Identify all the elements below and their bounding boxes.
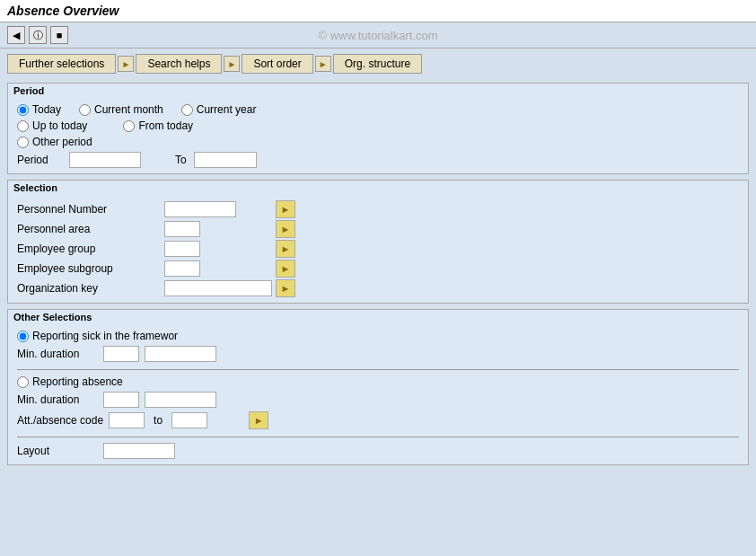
- absence-min-duration-row: Min. duration: [17, 392, 739, 408]
- radio-uptoday-input[interactable]: [17, 120, 29, 132]
- absence-min-duration-input1[interactable]: [103, 392, 139, 408]
- radio-from-today[interactable]: From today: [123, 119, 193, 132]
- radio-sick-label: Reporting sick in the framewor: [32, 330, 178, 342]
- tab-org-structure[interactable]: Org. structure: [333, 54, 422, 74]
- radio-today-input[interactable]: [17, 104, 29, 116]
- other-selections-title: Other Selections: [8, 310, 748, 324]
- sick-min-duration-row: Min. duration: [17, 346, 739, 362]
- tab-bar: Further selections ► Search helps ► Sort…: [0, 49, 756, 79]
- app-title: Absence Overview: [7, 4, 119, 18]
- employee-subgroup-label: Employee subgroup: [17, 262, 161, 275]
- other-selections-body: Reporting sick in the framewor Min. dura…: [8, 324, 748, 464]
- personnel-number-label: Personnel Number: [17, 203, 161, 216]
- employee-group-arrow[interactable]: ►: [276, 240, 295, 258]
- absence-min-duration-label: Min. duration: [17, 393, 98, 406]
- layout-row: Layout: [17, 443, 739, 459]
- period-section-title: Period: [8, 84, 748, 98]
- radio-other-label: Other period: [32, 136, 92, 148]
- radio-current-month[interactable]: Current month: [79, 103, 163, 116]
- att-absence-to-label: to: [154, 414, 163, 427]
- period-row-3: Other period: [17, 136, 739, 148]
- radio-fromtoday-label: From today: [138, 119, 193, 132]
- separator-line: [17, 369, 739, 370]
- period-from-label: Period: [17, 154, 62, 166]
- watermark: © www.tutorialkart.com: [318, 29, 437, 42]
- radio-uptoday-label: Up to today: [32, 119, 87, 132]
- period-section: Period Today Current month Current year: [7, 83, 749, 174]
- tab-arrow-2: ►: [224, 56, 240, 72]
- back-icon[interactable]: ◀: [7, 26, 25, 44]
- org-key-arrow[interactable]: ►: [276, 279, 295, 297]
- absence-subsection: Reporting absence Min. duration Att./abs…: [17, 375, 739, 429]
- radio-curmonth-label: Current month: [94, 103, 163, 116]
- sick-subsection: Reporting sick in the framewor Min. dura…: [17, 330, 739, 362]
- personnel-number-input[interactable]: [164, 201, 236, 217]
- tab-arrow-3: ►: [315, 56, 331, 72]
- radio-absence-label: Reporting absence: [32, 375, 123, 388]
- sick-min-duration-label: Min. duration: [17, 348, 98, 360]
- personnel-area-label: Personnel area: [17, 223, 161, 235]
- other-selections-section: Other Selections Reporting sick in the f…: [7, 309, 749, 465]
- radio-today-label: Today: [32, 103, 61, 116]
- layout-label: Layout: [17, 445, 98, 457]
- selection-section-title: Selection: [8, 181, 748, 195]
- tab-further-selections[interactable]: Further selections: [7, 54, 116, 74]
- period-to-input[interactable]: [194, 152, 257, 168]
- selection-grid: Personnel Number ► Personnel area ► Empl…: [17, 200, 739, 297]
- att-absence-input1[interactable]: [109, 412, 145, 428]
- period-section-body: Today Current month Current year Up to t…: [8, 98, 748, 173]
- sick-min-duration-input1[interactable]: [103, 346, 139, 362]
- radio-today[interactable]: Today: [17, 103, 61, 116]
- radio-current-year[interactable]: Current year: [181, 103, 257, 116]
- sick-min-duration-input2[interactable]: [145, 346, 216, 362]
- employee-group-input[interactable]: [164, 241, 200, 257]
- save-icon[interactable]: ■: [50, 26, 68, 44]
- employee-subgroup-arrow[interactable]: ►: [276, 260, 295, 278]
- period-to-label: To: [175, 154, 187, 166]
- radio-sick[interactable]: Reporting sick in the framewor: [17, 330, 739, 342]
- separator-line-2: [17, 437, 739, 437]
- info-icon[interactable]: ⓘ: [29, 26, 47, 44]
- radio-absence[interactable]: Reporting absence: [17, 375, 739, 388]
- personnel-number-arrow[interactable]: ►: [276, 200, 295, 218]
- radio-sick-input[interactable]: [17, 331, 29, 342]
- tab-arrow-1: ►: [118, 56, 134, 72]
- org-key-input[interactable]: [164, 280, 272, 296]
- radio-up-to-today[interactable]: Up to today: [17, 119, 87, 132]
- radio-other-input[interactable]: [17, 137, 29, 148]
- tab-search-helps[interactable]: Search helps: [136, 54, 222, 74]
- toolbar: ◀ ⓘ ■ © www.tutorialkart.com: [0, 22, 756, 49]
- radio-curyear-input[interactable]: [181, 104, 193, 116]
- radio-other-period[interactable]: Other period: [17, 136, 92, 148]
- period-row-2: Up to today From today: [17, 119, 739, 132]
- absence-min-duration-input2[interactable]: [145, 392, 216, 408]
- selection-section-body: Personnel Number ► Personnel area ► Empl…: [8, 195, 748, 303]
- personnel-area-arrow[interactable]: ►: [276, 220, 295, 238]
- period-row-1: Today Current month Current year: [17, 103, 739, 116]
- radio-absence-input[interactable]: [17, 376, 29, 388]
- personnel-area-input[interactable]: [164, 221, 200, 237]
- employee-group-label: Employee group: [17, 243, 161, 255]
- att-absence-input2[interactable]: [171, 412, 207, 428]
- radio-curyear-label: Current year: [197, 103, 257, 116]
- att-absence-arrow[interactable]: ►: [249, 411, 268, 429]
- att-absence-label: Att./absence code: [17, 414, 103, 427]
- title-bar: Absence Overview: [0, 0, 756, 22]
- att-absence-row: Att./absence code to ►: [17, 411, 739, 429]
- selection-section: Selection Personnel Number ► Personnel a…: [7, 180, 749, 304]
- period-from-input[interactable]: [69, 152, 141, 168]
- period-inputs-row: Period To: [17, 152, 739, 168]
- org-key-label: Organization key: [17, 282, 161, 295]
- employee-subgroup-input[interactable]: [164, 260, 200, 277]
- tab-sort-order[interactable]: Sort order: [242, 54, 312, 74]
- radio-curmonth-input[interactable]: [79, 104, 91, 116]
- radio-fromtoday-input[interactable]: [123, 120, 135, 132]
- main-content: Period Today Current month Current year: [0, 79, 756, 474]
- layout-input[interactable]: [103, 443, 175, 459]
